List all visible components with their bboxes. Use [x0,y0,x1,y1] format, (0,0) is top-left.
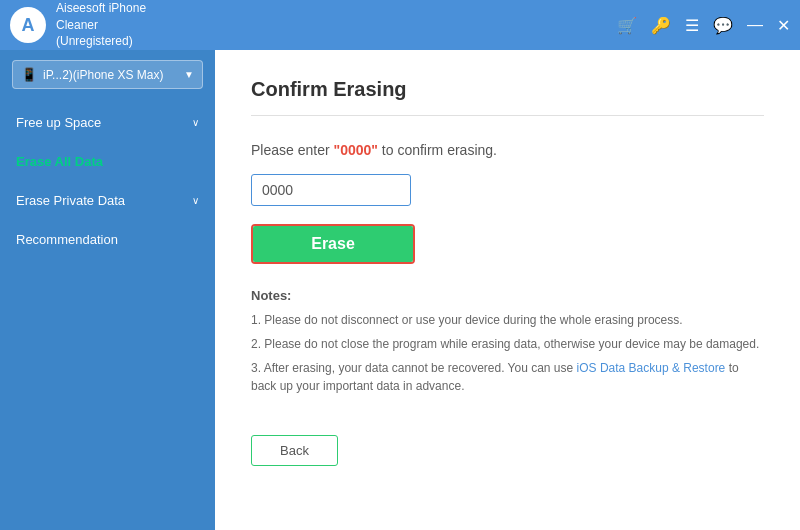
cart-icon[interactable]: 🛒 [617,16,637,35]
confirm-input[interactable] [251,174,411,206]
key-icon[interactable]: 🔑 [651,16,671,35]
chevron-right-icon-2: ∨ [192,195,199,206]
sidebar-item-erase-private-data[interactable]: Erase Private Data ∨ [0,181,215,220]
sidebar-item-recommendation[interactable]: Recommendation [0,220,215,259]
confirm-text: Please enter "0000" to confirm erasing. [251,142,764,158]
phone-icon: 📱 [21,67,37,82]
note-item-3: 3. After erasing, your data cannot be re… [251,359,764,395]
ios-backup-link[interactable]: iOS Data Backup & Restore [577,361,726,375]
chevron-down-icon: ▼ [184,69,194,80]
device-selector-left: 📱 iP...2)(iPhone XS Max) [21,67,164,82]
page-title: Confirm Erasing [251,78,764,101]
sidebar-item-erase-all-data[interactable]: Erase All Data [0,142,215,181]
main-container: 📱 iP...2)(iPhone XS Max) ▼ Free up Space… [0,50,800,530]
title-bar-controls: 🛒 🔑 ☰ 💬 — ✕ [617,16,790,35]
sidebar-item-label-free-up-space: Free up Space [16,115,101,130]
confirm-code: "0000" [334,142,378,158]
sidebar-item-label-erase-all-data: Erase All Data [16,154,103,169]
chat-icon[interactable]: 💬 [713,16,733,35]
close-button[interactable]: ✕ [777,16,790,35]
note-item-1: 1. Please do not disconnect or use your … [251,311,764,329]
chevron-right-icon: ∨ [192,117,199,128]
notes-title: Notes: [251,288,764,303]
title-divider [251,115,764,116]
back-button[interactable]: Back [251,435,338,466]
menu-icon[interactable]: ☰ [685,16,699,35]
sidebar-item-label-erase-private-data: Erase Private Data [16,193,125,208]
app-logo: A [10,7,46,43]
device-label: iP...2)(iPhone XS Max) [43,68,164,82]
sidebar: 📱 iP...2)(iPhone XS Max) ▼ Free up Space… [0,50,215,530]
erase-button-wrapper: Erase [251,224,415,264]
note-item-2: 2. Please do not close the program while… [251,335,764,353]
title-bar: A Aiseesoft iPhone Cleaner (Unregistered… [0,0,800,50]
sidebar-item-label-recommendation: Recommendation [16,232,118,247]
notes-section: Notes: 1. Please do not disconnect or us… [251,288,764,395]
erase-button[interactable]: Erase [253,226,413,262]
device-selector[interactable]: 📱 iP...2)(iPhone XS Max) ▼ [12,60,203,89]
title-bar-left: A Aiseesoft iPhone Cleaner (Unregistered… [10,0,146,50]
minimize-button[interactable]: — [747,16,763,34]
app-title: Aiseesoft iPhone Cleaner (Unregistered) [56,0,146,50]
content-area: Confirm Erasing Please enter "0000" to c… [215,50,800,530]
sidebar-item-free-up-space[interactable]: Free up Space ∨ [0,103,215,142]
